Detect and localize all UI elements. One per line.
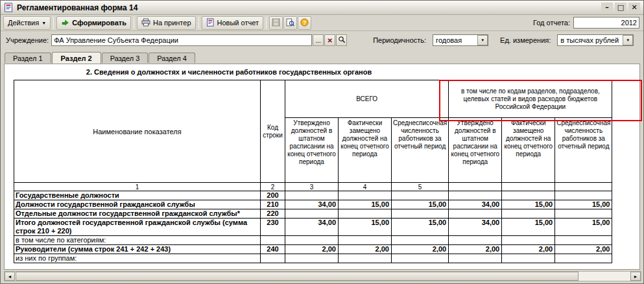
value-cell: 34,00 <box>449 200 502 209</box>
value-cell <box>285 209 339 219</box>
window-title: Регламентированная форма 14 <box>17 3 599 12</box>
scroll-left-icon[interactable]: ◄ <box>5 272 15 281</box>
value-cell <box>449 236 502 245</box>
tab-strip: Раздел 1Раздел 2Раздел 3Раздел 4 <box>1 49 643 63</box>
periodicity-select[interactable]: годовая ▼ <box>433 34 488 46</box>
units-select[interactable]: в тысячах рублей ▼ <box>557 34 634 46</box>
value-cell <box>285 254 339 263</box>
table-row: Итого должностей государственной граждан… <box>14 219 612 236</box>
periodicity-label: Периодичность: <box>370 36 429 44</box>
value-cell <box>392 191 449 200</box>
preview-button[interactable] <box>283 16 297 30</box>
value-cell: 2,00 <box>392 245 449 254</box>
column-number-2: 2 <box>261 183 285 191</box>
tab-razdel-1[interactable]: Раздел 1 <box>5 53 51 63</box>
generate-icon <box>61 18 69 28</box>
numbers-row: 12345 <box>14 183 612 191</box>
indicator-name-cell: Руководители (сумма строк 241 + 242 + 24… <box>14 245 261 254</box>
clear-icon[interactable]: ✕ <box>324 34 335 46</box>
value-cell: 2,00 <box>449 245 502 254</box>
indicator-name-cell: Государственные должности <box>14 191 261 200</box>
value-cell: 15,00 <box>555 219 612 236</box>
line-code-cell <box>261 254 285 263</box>
close-button[interactable]: ✕ <box>628 3 640 13</box>
horizontal-scrollbar[interactable]: ◄ ► <box>4 271 641 281</box>
institution-label: Учреждение: <box>3 36 51 44</box>
choose-button[interactable]: ... <box>313 34 324 46</box>
search-button[interactable] <box>336 34 347 46</box>
generate-label: Сформировать <box>72 19 126 27</box>
chevron-down-icon[interactable]: ▼ <box>477 35 488 45</box>
institution-input[interactable] <box>51 34 312 46</box>
minimize-button[interactable]: – <box>601 3 613 13</box>
tab-razdel-2[interactable]: Раздел 2 <box>52 52 101 64</box>
value-cell <box>339 191 392 200</box>
help-icon: ? <box>300 18 309 28</box>
indicator-name-cell: из них по группам: <box>14 254 261 263</box>
report-form-icon <box>4 3 14 12</box>
tab-razdel-3[interactable]: Раздел 3 <box>102 53 149 63</box>
value-cell <box>502 191 555 200</box>
value-cell <box>555 191 612 200</box>
title-bar: Регламентированная форма 14 – □ ✕ <box>1 1 643 15</box>
app-window: Регламентированная форма 14 – □ ✕ Действ… <box>0 0 644 284</box>
column-number-8 <box>555 183 612 191</box>
report-area: 2. Сведения о должностях и численности р… <box>4 64 640 270</box>
value-cell: 15,00 <box>392 200 449 209</box>
units-value: в тысячах рублей <box>558 36 623 44</box>
value-cell <box>555 236 612 245</box>
report-year-label: Год отчета: <box>531 19 573 27</box>
table-row: из них по группам: <box>14 254 612 263</box>
report-title: 2. Сведения о должностях и численности р… <box>14 68 444 76</box>
generate-button[interactable]: Сформировать <box>56 16 131 30</box>
report-table: Наименование показателя Код строки ВСЕГО… <box>14 80 612 263</box>
column-number-5: 5 <box>392 183 449 191</box>
line-code-cell: 220 <box>261 209 285 219</box>
tab-razdel-4[interactable]: Раздел 4 <box>149 53 195 63</box>
preview-icon <box>286 18 294 28</box>
value-cell: 34,00 <box>449 219 502 236</box>
save-icon <box>272 18 280 28</box>
new-report-icon <box>206 18 215 28</box>
indicator-name-cell: Должности государственной гражданской сл… <box>14 200 261 209</box>
toolbar-separator <box>198 17 199 29</box>
value-cell <box>449 191 502 200</box>
report-body: Государственные должности200Должности го… <box>14 191 612 263</box>
value-cell <box>449 254 502 263</box>
indicator-name-cell: Отдельные должности государственной граж… <box>14 209 261 219</box>
print-button[interactable]: На принтер <box>137 16 196 30</box>
actions-button[interactable]: Действия ▼ <box>3 16 51 30</box>
scroll-right-icon[interactable]: ► <box>630 272 641 281</box>
save-button[interactable] <box>269 16 283 30</box>
line-code-header: Код строки <box>261 80 285 183</box>
maximize-button[interactable]: □ <box>615 3 626 13</box>
report-year-input[interactable] <box>573 17 639 29</box>
subcol-header-5: Фактически замещено должностей на конец … <box>502 118 555 183</box>
line-code-cell: 200 <box>261 191 285 200</box>
line-code-cell: 240 <box>261 245 285 254</box>
subcol-header-4: Утверждено должностей в штатном расписан… <box>449 118 502 183</box>
value-cell: 15,00 <box>339 200 392 209</box>
new-report-button[interactable]: Новый отчет <box>202 16 263 30</box>
value-cell <box>339 254 392 263</box>
column-number-1: 1 <box>14 183 261 191</box>
value-cell: 2,00 <box>555 245 612 254</box>
chevron-down-icon: ▼ <box>42 21 46 25</box>
help-button[interactable]: ? <box>298 16 311 30</box>
scrollbar-thumb[interactable] <box>16 272 578 281</box>
subcol-header-1: Утверждено должностей в штатном расписан… <box>285 118 339 183</box>
value-cell <box>285 236 339 245</box>
table-row: Должности государственной гражданской сл… <box>14 200 612 209</box>
table-row: Руководители (сумма строк 241 + 242 + 24… <box>14 245 612 254</box>
table-row: Отдельные должности государственной граж… <box>14 209 612 219</box>
indicator-name-header: Наименование показателя <box>14 80 261 183</box>
value-cell: 15,00 <box>339 219 392 236</box>
line-code-cell <box>261 236 285 245</box>
value-cell <box>392 254 449 263</box>
value-cell <box>392 236 449 245</box>
scrollbar-track[interactable] <box>578 272 630 281</box>
value-cell: 15,00 <box>555 200 612 209</box>
toolbar-separator <box>134 17 134 29</box>
chevron-down-icon[interactable]: ▼ <box>623 35 633 45</box>
printer-icon <box>141 18 150 28</box>
